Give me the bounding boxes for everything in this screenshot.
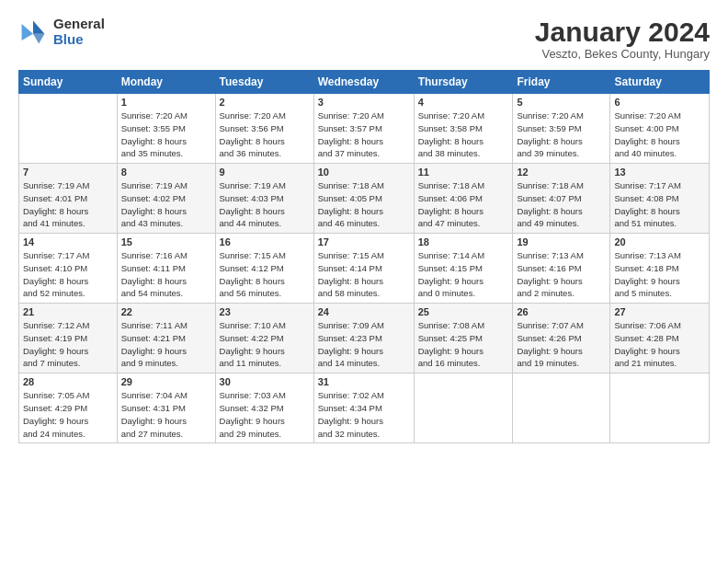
- calendar-week-row: 21Sunrise: 7:12 AM Sunset: 4:19 PM Dayli…: [19, 304, 710, 373]
- page: General Blue January 2024 Veszto, Bekes …: [0, 0, 728, 563]
- day-info: Sunrise: 7:02 AM Sunset: 4:34 PM Dayligh…: [318, 389, 410, 440]
- day-info: Sunrise: 7:13 AM Sunset: 4:18 PM Dayligh…: [614, 249, 705, 300]
- calendar-cell: 22Sunrise: 7:11 AM Sunset: 4:21 PM Dayli…: [117, 304, 215, 373]
- calendar-cell: 30Sunrise: 7:03 AM Sunset: 4:32 PM Dayli…: [215, 373, 313, 443]
- day-info: Sunrise: 7:17 AM Sunset: 4:08 PM Dayligh…: [614, 179, 705, 230]
- logo-text: General Blue: [53, 17, 105, 47]
- day-number: 26: [517, 306, 606, 317]
- day-number: 3: [318, 97, 410, 108]
- weekday-header-saturday: Saturday: [610, 71, 710, 94]
- calendar-cell: 31Sunrise: 7:02 AM Sunset: 4:34 PM Dayli…: [313, 373, 414, 443]
- day-info: Sunrise: 7:20 AM Sunset: 4:00 PM Dayligh…: [614, 109, 705, 160]
- day-number: 5: [517, 97, 606, 108]
- day-info: Sunrise: 7:13 AM Sunset: 4:16 PM Dayligh…: [517, 249, 606, 300]
- calendar-cell: [414, 373, 513, 443]
- day-number: 16: [220, 236, 310, 247]
- logo-general: General: [53, 17, 105, 32]
- calendar-cell: 21Sunrise: 7:12 AM Sunset: 4:19 PM Dayli…: [19, 304, 118, 373]
- day-info: Sunrise: 7:19 AM Sunset: 4:03 PM Dayligh…: [220, 179, 310, 230]
- calendar-cell: 26Sunrise: 7:07 AM Sunset: 4:26 PM Dayli…: [513, 304, 610, 373]
- day-info: Sunrise: 7:09 AM Sunset: 4:23 PM Dayligh…: [318, 319, 410, 370]
- location: Veszto, Bekes County, Hungary: [535, 47, 710, 61]
- calendar-cell: 19Sunrise: 7:13 AM Sunset: 4:16 PM Dayli…: [513, 234, 610, 304]
- day-number: 19: [517, 236, 606, 247]
- calendar-cell: 24Sunrise: 7:09 AM Sunset: 4:23 PM Dayli…: [313, 304, 414, 373]
- day-number: 23: [220, 306, 310, 317]
- day-number: 10: [318, 167, 410, 178]
- day-info: Sunrise: 7:07 AM Sunset: 4:26 PM Dayligh…: [517, 319, 606, 370]
- calendar-cell: 7Sunrise: 7:19 AM Sunset: 4:01 PM Daylig…: [19, 164, 118, 234]
- weekday-header-wednesday: Wednesday: [313, 71, 414, 94]
- day-info: Sunrise: 7:12 AM Sunset: 4:19 PM Dayligh…: [23, 319, 113, 370]
- calendar-cell: 23Sunrise: 7:10 AM Sunset: 4:22 PM Dayli…: [215, 304, 313, 373]
- day-info: Sunrise: 7:10 AM Sunset: 4:22 PM Dayligh…: [220, 319, 310, 370]
- day-info: Sunrise: 7:20 AM Sunset: 3:58 PM Dayligh…: [418, 109, 509, 160]
- day-info: Sunrise: 7:18 AM Sunset: 4:06 PM Dayligh…: [418, 179, 509, 230]
- day-number: 9: [220, 167, 310, 178]
- day-number: 28: [23, 376, 113, 387]
- day-info: Sunrise: 7:17 AM Sunset: 4:10 PM Dayligh…: [23, 249, 113, 300]
- day-info: Sunrise: 7:20 AM Sunset: 3:56 PM Dayligh…: [220, 109, 310, 160]
- calendar-cell: 14Sunrise: 7:17 AM Sunset: 4:10 PM Dayli…: [19, 234, 118, 304]
- day-info: Sunrise: 7:11 AM Sunset: 4:21 PM Dayligh…: [121, 319, 211, 370]
- day-info: Sunrise: 7:06 AM Sunset: 4:28 PM Dayligh…: [614, 319, 705, 370]
- logo: General Blue: [18, 17, 105, 47]
- logo-icon: [18, 17, 48, 47]
- day-info: Sunrise: 7:18 AM Sunset: 4:07 PM Dayligh…: [517, 179, 606, 230]
- day-number: 7: [23, 167, 113, 178]
- day-number: 6: [614, 97, 705, 108]
- month-title: January 2024: [535, 17, 710, 47]
- calendar-cell: [19, 94, 118, 164]
- day-info: Sunrise: 7:19 AM Sunset: 4:01 PM Dayligh…: [23, 179, 113, 230]
- calendar-cell: 1Sunrise: 7:20 AM Sunset: 3:55 PM Daylig…: [117, 94, 215, 164]
- calendar-cell: 20Sunrise: 7:13 AM Sunset: 4:18 PM Dayli…: [610, 234, 710, 304]
- day-number: 24: [318, 306, 410, 317]
- calendar-cell: 27Sunrise: 7:06 AM Sunset: 4:28 PM Dayli…: [610, 304, 710, 373]
- calendar-cell: 25Sunrise: 7:08 AM Sunset: 4:25 PM Dayli…: [414, 304, 513, 373]
- calendar-cell: 29Sunrise: 7:04 AM Sunset: 4:31 PM Dayli…: [117, 373, 215, 443]
- day-number: 27: [614, 306, 705, 317]
- calendar-cell: 3Sunrise: 7:20 AM Sunset: 3:57 PM Daylig…: [313, 94, 414, 164]
- day-info: Sunrise: 7:05 AM Sunset: 4:29 PM Dayligh…: [23, 389, 113, 440]
- day-number: 8: [121, 167, 211, 178]
- day-info: Sunrise: 7:14 AM Sunset: 4:15 PM Dayligh…: [418, 249, 509, 300]
- day-info: Sunrise: 7:20 AM Sunset: 3:59 PM Dayligh…: [517, 109, 606, 160]
- calendar-cell: 13Sunrise: 7:17 AM Sunset: 4:08 PM Dayli…: [610, 164, 710, 234]
- day-info: Sunrise: 7:15 AM Sunset: 4:12 PM Dayligh…: [220, 249, 310, 300]
- calendar-week-row: 1Sunrise: 7:20 AM Sunset: 3:55 PM Daylig…: [19, 94, 710, 164]
- header: General Blue January 2024 Veszto, Bekes …: [18, 17, 710, 61]
- logo-blue: Blue: [53, 32, 105, 48]
- day-number: 17: [318, 236, 410, 247]
- weekday-header-tuesday: Tuesday: [215, 71, 313, 94]
- calendar-cell: 6Sunrise: 7:20 AM Sunset: 4:00 PM Daylig…: [610, 94, 710, 164]
- day-number: 20: [614, 236, 705, 247]
- calendar-cell: 9Sunrise: 7:19 AM Sunset: 4:03 PM Daylig…: [215, 164, 313, 234]
- day-number: 31: [318, 376, 410, 387]
- calendar-header-row: SundayMondayTuesdayWednesdayThursdayFrid…: [19, 71, 710, 94]
- day-info: Sunrise: 7:15 AM Sunset: 4:14 PM Dayligh…: [318, 249, 410, 300]
- day-number: 2: [220, 97, 310, 108]
- day-number: 13: [614, 167, 705, 178]
- calendar-cell: 12Sunrise: 7:18 AM Sunset: 4:07 PM Dayli…: [513, 164, 610, 234]
- calendar-week-row: 14Sunrise: 7:17 AM Sunset: 4:10 PM Dayli…: [19, 234, 710, 304]
- day-info: Sunrise: 7:08 AM Sunset: 4:25 PM Dayligh…: [418, 319, 509, 370]
- day-number: 12: [517, 167, 606, 178]
- weekday-header-sunday: Sunday: [19, 71, 118, 94]
- day-number: 1: [121, 97, 211, 108]
- day-number: 21: [23, 306, 113, 317]
- calendar-cell: 10Sunrise: 7:18 AM Sunset: 4:05 PM Dayli…: [313, 164, 414, 234]
- day-info: Sunrise: 7:16 AM Sunset: 4:11 PM Dayligh…: [121, 249, 211, 300]
- weekday-header-monday: Monday: [117, 71, 215, 94]
- calendar-cell: 8Sunrise: 7:19 AM Sunset: 4:02 PM Daylig…: [117, 164, 215, 234]
- calendar-cell: 4Sunrise: 7:20 AM Sunset: 3:58 PM Daylig…: [414, 94, 513, 164]
- calendar-cell: 28Sunrise: 7:05 AM Sunset: 4:29 PM Dayli…: [19, 373, 118, 443]
- day-number: 14: [23, 236, 113, 247]
- calendar-cell: 5Sunrise: 7:20 AM Sunset: 3:59 PM Daylig…: [513, 94, 610, 164]
- weekday-header-thursday: Thursday: [414, 71, 513, 94]
- calendar-week-row: 7Sunrise: 7:19 AM Sunset: 4:01 PM Daylig…: [19, 164, 710, 234]
- title-block: January 2024 Veszto, Bekes County, Hunga…: [535, 17, 710, 61]
- day-number: 18: [418, 236, 509, 247]
- calendar-week-row: 28Sunrise: 7:05 AM Sunset: 4:29 PM Dayli…: [19, 373, 710, 443]
- day-info: Sunrise: 7:19 AM Sunset: 4:02 PM Dayligh…: [121, 179, 211, 230]
- day-number: 4: [418, 97, 509, 108]
